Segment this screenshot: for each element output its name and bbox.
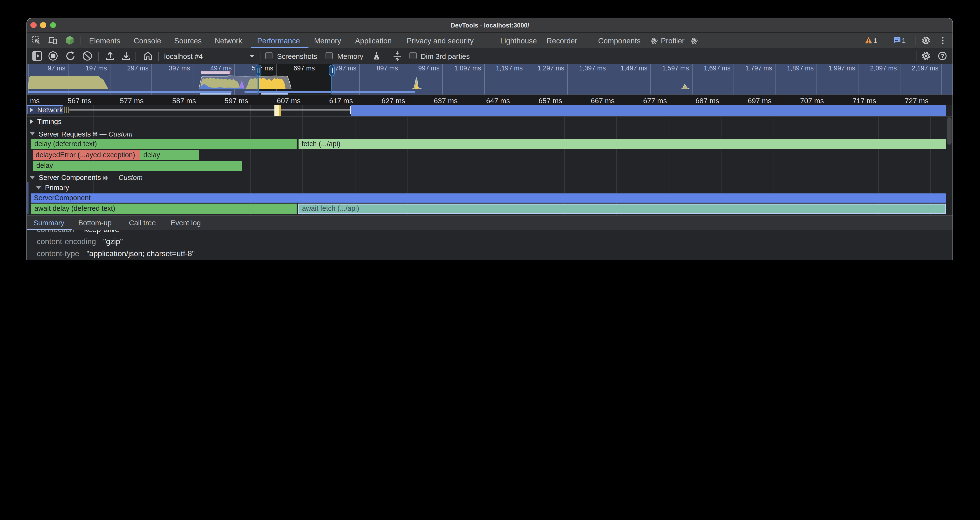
svg-text:?: ? — [941, 53, 945, 59]
svg-text:1: 1 — [902, 37, 906, 44]
svg-text:1: 1 — [873, 37, 878, 44]
